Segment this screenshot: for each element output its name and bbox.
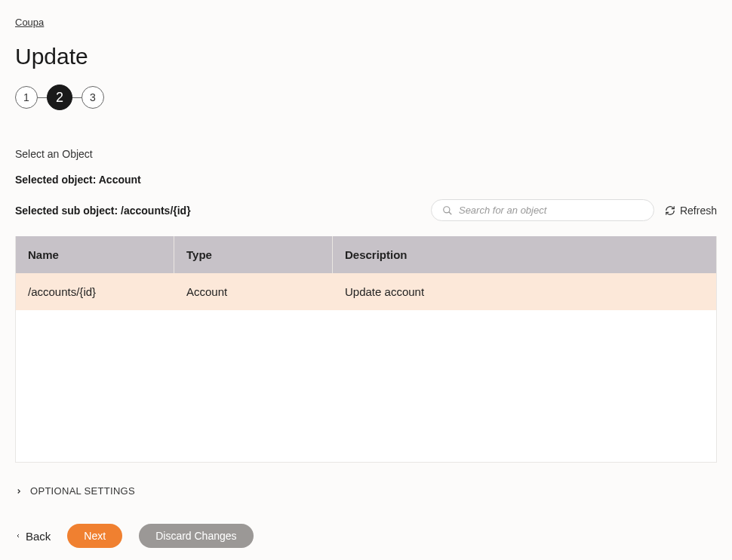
refresh-icon <box>665 205 675 216</box>
selected-object-text: Selected object: Account <box>15 174 717 186</box>
footer-buttons: Back Next Discard Changes <box>15 524 717 548</box>
discard-button[interactable]: Discard Changes <box>139 524 253 548</box>
step-1[interactable]: 1 <box>15 86 38 109</box>
chevron-left-icon <box>15 532 21 540</box>
column-header-type[interactable]: Type <box>174 236 333 273</box>
cell-name: /accounts/{id} <box>16 273 174 310</box>
step-3[interactable]: 3 <box>82 86 104 109</box>
search-icon <box>442 205 453 216</box>
svg-point-0 <box>444 206 450 212</box>
search-box[interactable] <box>431 199 654 221</box>
next-button[interactable]: Next <box>67 524 122 548</box>
back-button[interactable]: Back <box>15 530 51 543</box>
stepper: 1 2 3 <box>15 85 717 110</box>
cell-type: Account <box>174 273 333 310</box>
optional-settings-toggle[interactable]: OPTIONAL SETTINGS <box>15 485 717 497</box>
step-2[interactable]: 2 <box>47 85 72 110</box>
back-label: Back <box>26 530 51 543</box>
column-header-name[interactable]: Name <box>16 236 174 273</box>
breadcrumb-link[interactable]: Coupa <box>15 17 44 28</box>
refresh-label: Refresh <box>680 205 717 217</box>
optional-settings-label: OPTIONAL SETTINGS <box>30 485 135 497</box>
step-connector <box>72 97 82 98</box>
cell-description: Update account <box>333 273 716 310</box>
svg-line-1 <box>449 211 452 214</box>
search-input[interactable] <box>459 205 643 216</box>
selected-sub-object-text: Selected sub object: /accounts/{id} <box>15 205 191 217</box>
table-header: Name Type Description <box>16 236 716 273</box>
search-refresh-group: Refresh <box>431 199 717 221</box>
table-row[interactable]: /accounts/{id} Account Update account <box>16 273 716 310</box>
page-title: Update <box>15 44 717 69</box>
table-empty-area <box>16 310 716 457</box>
chevron-right-icon <box>15 488 23 495</box>
object-table: Name Type Description /accounts/{id} Acc… <box>15 236 717 463</box>
sub-object-row: Selected sub object: /accounts/{id} Refr… <box>15 199 717 221</box>
column-header-description[interactable]: Description <box>333 236 716 273</box>
refresh-button[interactable]: Refresh <box>665 205 717 217</box>
select-object-label: Select an Object <box>15 148 717 160</box>
step-connector <box>38 97 47 98</box>
